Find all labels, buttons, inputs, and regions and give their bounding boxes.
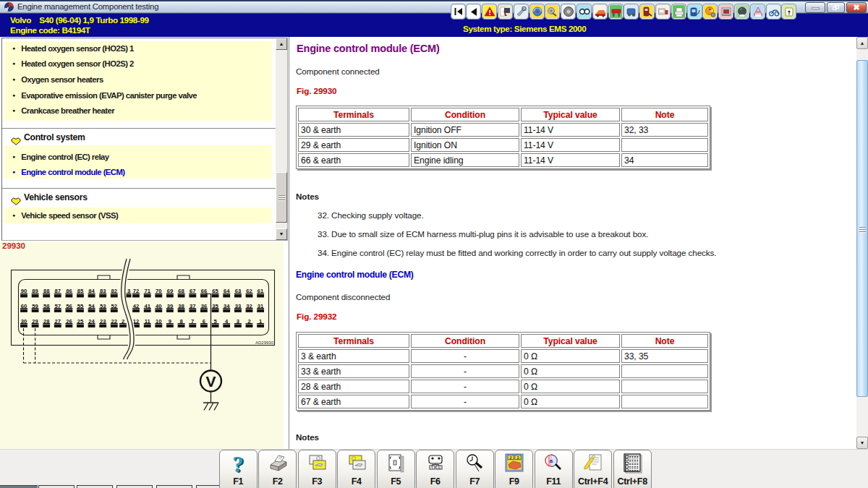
- svg-text:V: V: [205, 373, 216, 390]
- svg-text:a: a: [550, 458, 553, 464]
- svg-text:?: ?: [232, 453, 244, 474]
- svg-text:3: 3: [516, 455, 519, 460]
- svg-text:AD29930: AD29930: [255, 341, 274, 345]
- svg-text:11: 11: [437, 466, 441, 469]
- svg-text:2: 2: [509, 455, 511, 460]
